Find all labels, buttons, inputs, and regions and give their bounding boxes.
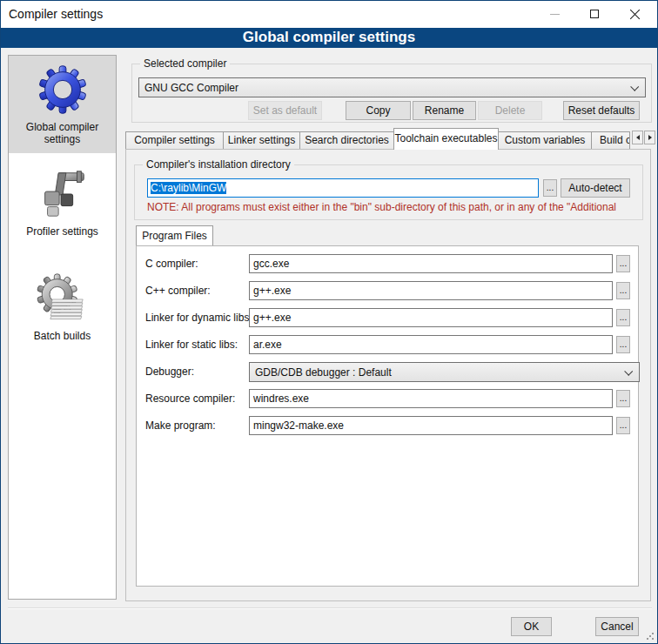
field-label: C compiler: [145, 258, 198, 270]
c-compiler-row: C compiler: ... [137, 254, 638, 273]
browse-make-program-button[interactable]: ... [616, 417, 630, 434]
browse-c-compiler-button[interactable]: ... [616, 255, 630, 272]
cpp-compiler-input[interactable] [249, 281, 613, 300]
window-title: Compiler settings [9, 7, 103, 21]
make-program-row: Make program: ... [137, 416, 638, 435]
selected-compiler-group: Selected compiler GNU GCC Compiler Set a… [131, 64, 652, 123]
compiler-select-value: GNU GCC Compiler [144, 82, 238, 94]
debugger-row: Debugger: GDB/CDB debugger : Default [137, 362, 638, 381]
rename-button[interactable]: Rename [413, 101, 476, 120]
selected-text: C:\raylib\MinGW [151, 182, 226, 194]
static-linker-row: Linker for static libs: ... [137, 335, 638, 354]
static-linker-input[interactable] [249, 335, 613, 354]
tab-linker-settings[interactable]: Linker settings [223, 131, 300, 150]
settings-category-list: Global compiler settings Profiler settin… [8, 55, 117, 600]
bin-subdirectory-note: NOTE: All programs must exist either in … [147, 201, 640, 213]
tab-program-files[interactable]: Program Files [136, 225, 213, 245]
chevron-down-icon [630, 83, 639, 91]
close-button[interactable] [614, 1, 655, 27]
browse-directory-button[interactable]: ... [543, 179, 557, 197]
c-compiler-input[interactable] [249, 254, 613, 273]
blue-gear-icon [35, 62, 91, 117]
minimize-button[interactable] [534, 1, 574, 27]
field-label: Linker for dynamic libs: [145, 312, 252, 324]
resize-grip[interactable] [646, 632, 655, 641]
sidebar-item-batch-builds[interactable]: Batch builds [9, 265, 116, 350]
sidebar-item-label: Batch builds [9, 326, 116, 350]
tab-compiler-settings[interactable]: Compiler settings [125, 131, 224, 150]
set-as-default-button[interactable]: Set as default [248, 101, 322, 120]
field-label: Make program: [145, 419, 216, 432]
group-label: Selected compiler [140, 57, 230, 70]
tab-build-options-truncated[interactable]: Build options [591, 131, 630, 150]
browse-static-linker-button[interactable]: ... [616, 336, 630, 353]
maximize-button[interactable] [574, 1, 614, 27]
profiler-caliper-icon [35, 166, 91, 222]
installation-directory-input[interactable]: C:\raylib\MinGW [147, 178, 539, 198]
delete-button[interactable]: Delete [478, 101, 542, 120]
reset-defaults-button[interactable]: Reset defaults [563, 101, 640, 120]
footer-divider [8, 607, 652, 609]
page-title: Global compiler settings [1, 28, 657, 48]
titlebar[interactable]: Compiler settings [1, 1, 657, 28]
make-program-input[interactable] [249, 416, 613, 435]
tab-custom-variables[interactable]: Custom variables [498, 131, 592, 150]
browse-resource-compiler-button[interactable]: ... [616, 390, 630, 407]
cpp-compiler-row: C++ compiler: ... [137, 281, 638, 300]
field-label: Debugger: [145, 366, 194, 378]
cancel-button[interactable]: Cancel [595, 617, 639, 636]
sidebar-item-label: Global compiler settings [9, 117, 116, 153]
debugger-select-value: GDB/CDB debugger : Default [255, 366, 392, 379]
auto-detect-button[interactable]: Auto-detect [561, 178, 630, 198]
resource-compiler-row: Resource compiler: ... [137, 389, 638, 408]
sidebar-item-global-compiler-settings[interactable]: Global compiler settings [9, 56, 116, 153]
debugger-select[interactable]: GDB/CDB debugger : Default [249, 362, 640, 382]
tab-search-directories[interactable]: Search directories [299, 131, 394, 150]
tab-toolchain-executables[interactable]: Toolchain executables [393, 128, 499, 150]
tab-scroll-left-button[interactable] [632, 131, 643, 144]
resource-compiler-input[interactable] [249, 389, 613, 408]
minimize-icon [550, 14, 560, 15]
arrow-left-icon [636, 135, 640, 140]
chevron-down-icon [624, 367, 633, 376]
field-label: Resource compiler: [145, 392, 235, 405]
browse-cpp-compiler-button[interactable]: ... [616, 282, 630, 299]
sidebar-item-label: Profiler settings [9, 222, 116, 245]
program-files-page: C compiler: ... C++ compiler: ... Linker… [136, 245, 639, 587]
batch-builds-gear-icon [35, 271, 91, 326]
arrow-right-icon [648, 135, 652, 140]
copy-button[interactable]: Copy [346, 101, 411, 120]
dynamic-linker-row: Linker for dynamic libs: ... [137, 308, 638, 327]
compiler-settings-dialog: Compiler settings Global compiler settin… [0, 0, 658, 644]
maximize-icon [590, 10, 599, 18]
field-label: C++ compiler: [145, 285, 211, 297]
browse-dynamic-linker-button[interactable]: ... [616, 309, 630, 326]
field-label: Linker for static libs: [145, 339, 238, 351]
installation-directory-group: Compiler's installation directory C:\ray… [134, 164, 643, 220]
close-icon [629, 9, 641, 20]
group-label: Compiler's installation directory [143, 158, 294, 171]
ok-button[interactable]: OK [511, 617, 552, 636]
compiler-select[interactable]: GNU GCC Compiler [138, 77, 646, 97]
tab-scroll-right-button[interactable] [644, 131, 655, 144]
sidebar-item-profiler-settings[interactable]: Profiler settings [9, 160, 116, 245]
dynamic-linker-input[interactable] [249, 308, 613, 327]
